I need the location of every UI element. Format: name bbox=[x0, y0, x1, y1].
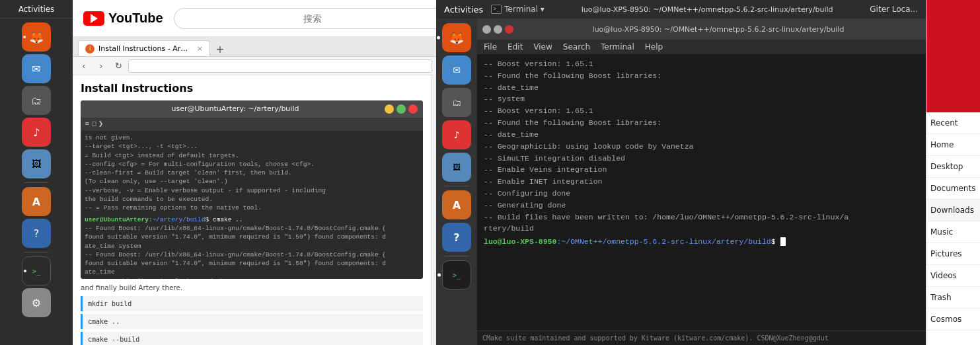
main-terminal-status-text: CMake suite maintained and supported by … bbox=[482, 334, 829, 342]
main-close-btn[interactable] bbox=[505, 25, 513, 34]
mt-line-9: -- SimuLTE integration disabled bbox=[484, 153, 919, 165]
rsp-nav-videos[interactable]: Videos bbox=[926, 265, 980, 287]
embedded-line-5: --clean-first = Build target 'clean' fir… bbox=[85, 169, 419, 177]
browser-chrome: i Install Instructions - Arte... × + ‹ ›… bbox=[73, 37, 436, 75]
embedded-out-7: -- GeographicLib: using lookup code by V… bbox=[85, 277, 419, 279]
gnome-sidebar: 🦊 ✉ 🗂 ♪ 🖼 A ? >_ bbox=[436, 19, 477, 345]
youtube-logo-icon bbox=[83, 11, 104, 26]
embedded-terminal: user@UbuntuArtery: ~/artery/build ≡ ◻ ❯ bbox=[81, 100, 423, 279]
dock-fonts-icon[interactable]: A bbox=[22, 187, 51, 216]
mt-line-4: -- system bbox=[484, 93, 919, 105]
embedded-out-1: -- Found Boost: /usr/lib/x86_64-linux-gn… bbox=[85, 224, 419, 233]
embedded-line-4: --config <cfg> = For multi-configuration… bbox=[85, 160, 419, 169]
mt-line-1: -- Boost version: 1.65.1 bbox=[484, 58, 919, 70]
embedded-terminal-content: is not given. --target <tgt>..., -t <tgt… bbox=[81, 131, 423, 279]
mt-line-12: -- Configuring done bbox=[484, 188, 919, 200]
dock-firefox-icon[interactable]: 🦊 bbox=[22, 22, 51, 52]
mt-line-7: -- date_time bbox=[484, 129, 919, 141]
main-maximize-btn[interactable] bbox=[494, 25, 502, 34]
embedded-toolbar-icon: ≡ ◻ ❯ bbox=[85, 120, 103, 129]
mt-line-5: -- Boost version: 1.65.1 bbox=[484, 105, 919, 117]
rsp-nav-desktop[interactable]: Desktop bbox=[926, 156, 980, 178]
tab-new-btn[interactable]: + bbox=[213, 42, 227, 56]
url-bar[interactable] bbox=[128, 59, 432, 73]
sidebar-rhythmbox-icon[interactable]: ♪ bbox=[442, 120, 471, 149]
embedded-line-2: --target <tgt>..., -t <tgt>... bbox=[85, 142, 419, 151]
sidebar-help-icon[interactable]: ? bbox=[442, 223, 471, 252]
embedded-close-btn[interactable] bbox=[408, 104, 418, 114]
menu-help[interactable]: Help bbox=[645, 42, 663, 52]
main-minimize-btn[interactable] bbox=[482, 25, 491, 34]
sidebar-fonts-icon[interactable]: A bbox=[442, 190, 471, 219]
rsp-nav-cosmos[interactable]: Cosmos bbox=[926, 309, 980, 330]
embedded-out-4: -- Found Boost: /usr/lib/x86_64-linux-gn… bbox=[85, 250, 419, 259]
dock-settings-icon[interactable]: ⚙ bbox=[22, 288, 51, 317]
gnome-activities-bar: Activities 🦊 ✉ 🗂 ♪ bbox=[0, 0, 73, 345]
rsp-nav-recent[interactable]: Recent bbox=[926, 112, 980, 134]
sidebar-sep-2 bbox=[445, 256, 469, 256]
gnome-topbar-left: Activities bbox=[0, 0, 73, 19]
embedded-terminal-toolbar: ≡ ◻ ❯ bbox=[81, 118, 423, 131]
page-content-area: Install Instructions user@UbuntuArtery: … bbox=[73, 75, 436, 345]
dock-email-icon[interactable]: ✉ bbox=[22, 54, 51, 83]
embedded-line-6: (To clean only, use --target 'clean'.) bbox=[85, 177, 419, 186]
dock-files-icon[interactable]: 🗂 bbox=[22, 86, 51, 115]
mt-line-3: -- date_time bbox=[484, 82, 919, 94]
rsp-nav-trash[interactable]: Trash bbox=[926, 287, 980, 309]
sidebar-image-icon[interactable]: 🖼 bbox=[442, 153, 471, 182]
tab-close-btn[interactable]: × bbox=[197, 44, 203, 53]
browser-scrollbar[interactable] bbox=[431, 75, 436, 345]
menu-file[interactable]: File bbox=[484, 42, 497, 52]
main-terminal-title-text: luo@luo-XPS-8950: ~/OMNet++/omnetpp-5.6.… bbox=[516, 25, 921, 34]
sidebar-email-icon[interactable]: ✉ bbox=[442, 56, 471, 85]
menu-terminal[interactable]: Terminal bbox=[601, 42, 634, 52]
rsp-nav-pictures[interactable]: Pictures bbox=[926, 243, 980, 265]
youtube-logo-text: YouTube bbox=[108, 11, 163, 26]
right-side-panel: Recent Home Desktop Documents Downloads … bbox=[926, 0, 980, 345]
sidebar-firefox-icon[interactable]: 🦊 bbox=[442, 23, 471, 52]
dock-help-icon[interactable]: ? bbox=[22, 219, 51, 248]
embedded-out-6: ate_time bbox=[85, 268, 419, 276]
taskbar-center: luo@luo-XPS-8950: ~/OMNet++/omnetpp-5.6.… bbox=[582, 5, 833, 14]
gnome-dock-left: 🦊 ✉ 🗂 ♪ 🖼 bbox=[0, 19, 73, 321]
nav-forward-btn[interactable]: › bbox=[94, 59, 108, 73]
activities-text[interactable]: Activities bbox=[444, 5, 483, 15]
rsp-nav-downloads[interactable]: Downloads bbox=[926, 200, 980, 221]
sidebar-sep-1 bbox=[445, 186, 469, 186]
rsp-nav-home[interactable]: Home bbox=[926, 134, 980, 156]
mt-line-2: -- Found the following Boost libraries: bbox=[484, 70, 919, 82]
dock-rhythmbox-icon[interactable]: ♪ bbox=[22, 118, 51, 147]
dock-image-icon[interactable]: 🖼 bbox=[22, 149, 51, 178]
window-title-center: luo@luo-XPS-8950: ~/OMNet++/omnetpp-5.6.… bbox=[582, 5, 833, 14]
menu-view[interactable]: View bbox=[533, 42, 552, 52]
code-cmake: cmake .. bbox=[81, 314, 423, 329]
gnome-taskbar: Activities >_ Terminal ▾ luo@luo-XPS-895… bbox=[436, 0, 926, 19]
mt-line-14: -- Build files have been written to: /ho… bbox=[484, 211, 919, 223]
embedded-terminal-title: user@UbuntuArtery: ~/artery/build bbox=[86, 104, 385, 115]
browser-tab-active[interactable]: i Install Instructions - Arte... × bbox=[78, 40, 210, 56]
embedded-minimize-btn[interactable] bbox=[385, 104, 394, 114]
main-terminal-menubar: File Edit View Search Terminal Help bbox=[477, 40, 926, 54]
main-terminal-titlebar: luo@luo-XPS-8950: ~/OMNet++/omnetpp-5.6.… bbox=[477, 19, 926, 40]
nav-reload-btn[interactable]: ↻ bbox=[111, 59, 126, 73]
youtube-search-input[interactable] bbox=[174, 8, 436, 29]
terminal-label-top: >_ Terminal ▾ bbox=[491, 5, 545, 14]
rsp-nav-music[interactable]: Music bbox=[926, 221, 980, 243]
terminal-small-icon: >_ bbox=[491, 5, 502, 14]
browser-navbar: ‹ › ↻ bbox=[73, 57, 436, 75]
rsp-nav-documents[interactable]: Documents bbox=[926, 178, 980, 200]
sidebar-terminal-icon[interactable]: >_ bbox=[442, 260, 471, 289]
activities-label-left[interactable]: Activities bbox=[19, 5, 55, 14]
sidebar-files-icon[interactable]: 🗂 bbox=[442, 88, 471, 117]
youtube-logo: YouTube bbox=[83, 11, 163, 26]
menu-edit[interactable]: Edit bbox=[508, 42, 523, 52]
nav-back-btn[interactable]: ‹ bbox=[77, 59, 91, 73]
mt-line-6: -- Found the following Boost libraries: bbox=[484, 117, 919, 129]
embedded-maximize-btn[interactable] bbox=[396, 104, 406, 114]
embedded-line-8: the build commands to be executed. bbox=[85, 195, 419, 204]
embedded-line-9: -- = Pass remaining options to the nativ… bbox=[85, 204, 419, 212]
main-terminal-area: luo@luo-XPS-8950: ~/OMNet++/omnetpp-5.6.… bbox=[477, 19, 926, 345]
menu-search[interactable]: Search bbox=[563, 42, 590, 52]
main-terminal-body: -- Boost version: 1.65.1 -- Found the fo… bbox=[477, 54, 926, 330]
dock-terminal-icon[interactable]: >_ bbox=[22, 256, 51, 286]
